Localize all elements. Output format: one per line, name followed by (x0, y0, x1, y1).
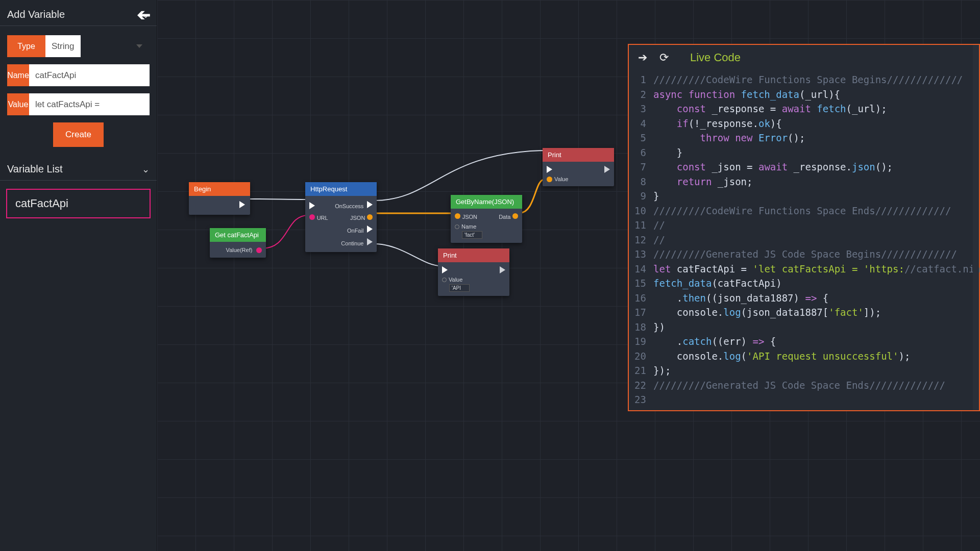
continue-label: Continue (341, 240, 363, 246)
code-line: 16 .then((json_data1887) => { (629, 291, 979, 306)
variable-list-title: Variable List (7, 163, 63, 175)
value-in-pin[interactable] (442, 278, 447, 282)
chevron-down-icon: ⌄ (142, 164, 150, 175)
code-line: 22/////////Generated JS Code Space Ends/… (629, 378, 979, 393)
create-button[interactable]: Create (53, 122, 104, 147)
data-out-pin[interactable] (512, 213, 518, 219)
code-line: 11// (629, 218, 979, 233)
live-code-panel: ➔ ⟳ Live Code 1/////////CodeWire Functio… (628, 44, 980, 411)
data-out-label: Data (499, 214, 510, 220)
exec-out-icon[interactable] (367, 238, 373, 245)
code-line: 4 if(!_response.ok){ (629, 116, 979, 131)
exec-out-icon[interactable] (500, 266, 505, 273)
exec-in-icon[interactable] (442, 266, 448, 273)
name-value-input[interactable] (462, 231, 482, 239)
value-ref-label: Value(Ref) (226, 247, 253, 253)
value-input[interactable] (449, 284, 470, 292)
value-input[interactable] (29, 93, 150, 115)
node-print1-title: Print (543, 148, 614, 162)
code-line: 15fetch_data(catFactApi) (629, 276, 979, 291)
add-variable-title: Add Variable (7, 9, 65, 20)
add-variable-header[interactable]: Add Variable ⌄ (0, 3, 157, 26)
code-line: 1/////////CodeWire Functions Space Begin… (629, 72, 979, 87)
data-out-pin[interactable] (256, 247, 262, 253)
url-label: URL (317, 215, 328, 221)
code-line: 9} (629, 189, 979, 204)
node-get-variable[interactable]: Get catFactApi Value(Ref) (210, 228, 266, 258)
code-line: 20 console.log('API request unsuccessful… (629, 349, 979, 364)
exec-out-icon[interactable] (239, 201, 245, 208)
code-line: 14let catFactApi = 'let catFactsApi = 'h… (629, 262, 979, 277)
node-getvar-title: Get catFactApi (210, 228, 266, 242)
node-http-request[interactable]: HttpRequest OnSuccess URL JSON OnFail Co… (305, 182, 377, 252)
scrollbar-thumb[interactable] (973, 45, 979, 397)
back-icon[interactable]: ➔ (137, 5, 151, 24)
name-label: Name (7, 64, 29, 86)
code-line: 7 const _json = await _response.json(); (629, 160, 979, 174)
refresh-icon[interactable]: ⟳ (659, 51, 669, 64)
value-label: Value (554, 176, 568, 182)
arrow-right-icon[interactable]: ➔ (638, 51, 647, 64)
code-line: 8 return _json; (629, 174, 979, 189)
code-line: 21}); (629, 363, 979, 378)
node-print-2[interactable]: Print Value (438, 248, 509, 296)
exec-in-icon[interactable] (547, 166, 552, 173)
onfail-label: OnFail (347, 228, 363, 234)
name-input[interactable] (29, 64, 150, 86)
code-panel-title: Live Code (690, 51, 741, 64)
value-label: Value (449, 277, 462, 283)
exec-out-icon[interactable] (367, 201, 373, 208)
code-editor[interactable]: 1/////////CodeWire Functions Space Begin… (629, 70, 979, 407)
code-panel-header: ➔ ⟳ Live Code (629, 45, 979, 70)
exec-out-icon[interactable] (367, 226, 373, 233)
add-variable-body: Type String Name Value Create (0, 26, 157, 147)
code-line: 2async function fetch_data(_url){ (629, 87, 979, 102)
code-line: 18}) (629, 320, 979, 335)
type-select[interactable]: String (45, 35, 81, 57)
exec-out-icon[interactable] (604, 166, 610, 173)
node-getbyname-title: GetByName(JSON) (451, 195, 522, 209)
code-line: 6 } (629, 145, 979, 160)
value-label: Value (7, 93, 29, 115)
code-line: 17 console.log(json_data1887['fact']); (629, 305, 979, 320)
node-begin[interactable]: Begin (189, 182, 250, 215)
exec-in-icon[interactable] (309, 202, 315, 209)
node-print-1[interactable]: Print Value (543, 148, 614, 186)
code-line: 19 .catch((err) => { (629, 334, 979, 349)
json-out-pin[interactable] (367, 214, 373, 220)
code-line: 12// (629, 233, 979, 247)
value-in-pin[interactable] (547, 177, 552, 182)
code-line: 3 const _response = await fetch(_url); (629, 102, 979, 116)
code-line: 5 throw new Error(); (629, 131, 979, 145)
node-begin-title: Begin (189, 182, 250, 196)
node-print2-title: Print (438, 248, 509, 262)
name-label: Name (461, 223, 476, 230)
variable-list-body: catFactApi (0, 181, 157, 227)
code-line: 23 (629, 392, 979, 407)
url-pin[interactable] (309, 214, 315, 220)
code-line: 13/////////Generated JS Code Space Begin… (629, 247, 979, 262)
node-get-by-name[interactable]: GetByName(JSON) JSON Data Name (451, 195, 522, 243)
onsuccess-label: OnSuccess (335, 203, 363, 209)
json-in-pin[interactable] (455, 213, 460, 219)
type-label: Type (7, 35, 45, 57)
variable-list-header[interactable]: Variable List ⌄ (0, 157, 157, 181)
node-http-title: HttpRequest (305, 182, 377, 196)
json-label: JSON (350, 215, 365, 221)
json-in-label: JSON (462, 214, 477, 220)
code-line: 10/////////CodeWire Functions Space Ends… (629, 204, 979, 218)
name-in-pin[interactable] (455, 224, 459, 229)
sidebar: ➔ Add Variable ⌄ Type String Name Value … (0, 0, 157, 551)
variable-item-catfactapi[interactable]: catFactApi (6, 189, 151, 218)
